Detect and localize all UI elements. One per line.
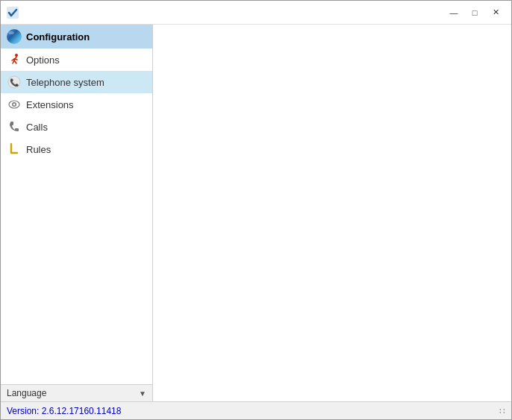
sidebar-item-rules[interactable]: Rules	[1, 138, 152, 160]
svg-text:📞: 📞	[10, 78, 19, 87]
dropdown-arrow-icon: ▼	[139, 389, 146, 398]
sidebar-item-options[interactable]: Options	[1, 48, 152, 71]
sidebar: Configuration	[1, 25, 153, 401]
title-bar-controls: — □ ✕	[444, 5, 505, 20]
content-area: Configuration	[1, 25, 511, 401]
svg-line-4	[14, 60, 16, 63]
sidebar-items: Configuration	[1, 25, 152, 384]
sidebar-header-configuration[interactable]: Configuration	[1, 25, 152, 48]
calls-icon	[7, 119, 22, 134]
main-window: — □ ✕ Configuration	[0, 0, 512, 420]
minimize-button[interactable]: —	[444, 5, 463, 20]
sidebar-item-extensions[interactable]: Extensions	[1, 93, 152, 116]
status-bar: Version: 2.6.12.17160.11418 ∷	[1, 401, 511, 419]
title-bar: — □ ✕	[1, 1, 511, 25]
main-panel	[153, 25, 511, 401]
language-label: Language	[7, 388, 46, 398]
app-icon	[7, 7, 19, 19]
sidebar-header-label: Configuration	[26, 31, 90, 43]
options-icon	[7, 52, 22, 67]
sidebar-item-rules-label: Rules	[26, 144, 51, 155]
sidebar-item-telephone-label: Telephone system	[26, 77, 104, 88]
version-text: Version: 2.6.12.17160.11418	[7, 406, 121, 416]
rules-icon	[7, 142, 22, 157]
svg-point-11	[13, 104, 16, 106]
sidebar-item-calls[interactable]: Calls	[1, 116, 152, 138]
status-dots: ∷	[499, 406, 505, 416]
extensions-icon	[7, 97, 22, 112]
maximize-button[interactable]: □	[465, 5, 484, 20]
sidebar-footer: Language ▼	[1, 384, 152, 401]
globe-icon	[7, 29, 22, 44]
svg-line-6	[14, 59, 17, 60]
sidebar-item-telephone-system[interactable]: 📞 Telephone system	[1, 71, 152, 93]
sidebar-item-options-label: Options	[26, 54, 60, 66]
close-button[interactable]: ✕	[486, 5, 505, 20]
sidebar-item-extensions-label: Extensions	[26, 99, 74, 110]
telephone-icon: 📞	[7, 75, 22, 90]
sidebar-item-calls-label: Calls	[26, 122, 48, 133]
language-dropdown[interactable]: Language ▼	[1, 385, 152, 401]
